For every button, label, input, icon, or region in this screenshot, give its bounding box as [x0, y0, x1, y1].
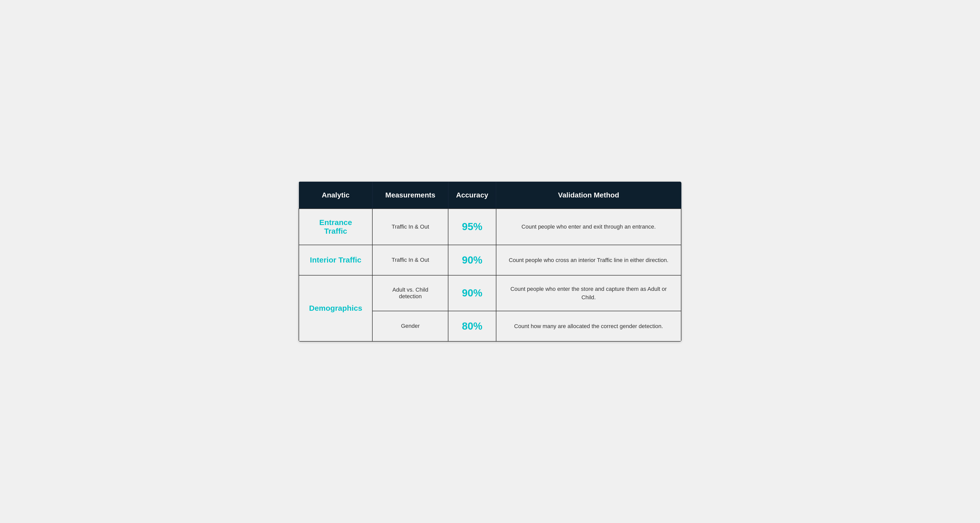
demographics-validation-1: Count people who enter the store and cap…	[496, 275, 681, 311]
demographics-validation-2: Count how many are allocated the correct…	[496, 311, 681, 341]
interior-traffic-accuracy: 90%	[448, 245, 496, 275]
header-validation: Validation Method	[496, 182, 681, 209]
entrance-traffic-measurement: Traffic In & Out	[372, 209, 448, 245]
demographics-measurement-1: Adult vs. Child detection	[372, 275, 448, 311]
entrance-traffic-accuracy: 95%	[448, 209, 496, 245]
demographics-measurement-2: Gender	[372, 311, 448, 341]
demographics-label: Demographics	[299, 275, 372, 341]
analytics-table: Analytic Measurements Accuracy Validatio…	[299, 182, 681, 342]
interior-traffic-label: Interior Traffic	[299, 245, 372, 275]
demographics-accuracy-1: 90%	[448, 275, 496, 311]
header-accuracy: Accuracy	[448, 182, 496, 209]
entrance-traffic-label: Entrance Traffic	[299, 209, 372, 245]
interior-traffic-validation: Count people who cross an interior Traff…	[496, 245, 681, 275]
header-analytic: Analytic	[299, 182, 372, 209]
header-measurements: Measurements	[372, 182, 448, 209]
demographics-accuracy-2: 80%	[448, 311, 496, 341]
table-row-entrance: Entrance Traffic Traffic In & Out 95% Co…	[299, 209, 681, 245]
table-row-interior: Interior Traffic Traffic In & Out 90% Co…	[299, 245, 681, 275]
entrance-traffic-validation: Count people who enter and exit through …	[496, 209, 681, 245]
interior-traffic-measurement: Traffic In & Out	[372, 245, 448, 275]
table-row-demographics-1: Demographics Adult vs. Child detection 9…	[299, 275, 681, 311]
